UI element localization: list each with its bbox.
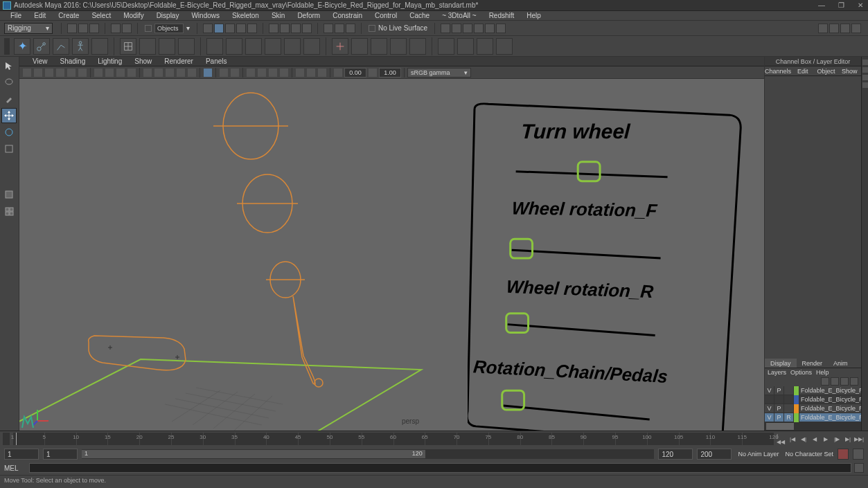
layer-visibility-toggle[interactable]: V xyxy=(765,404,774,413)
close-button[interactable]: ✕ xyxy=(856,1,865,10)
menu-cache[interactable]: Cache xyxy=(403,11,436,20)
snap-curve-icon[interactable] xyxy=(214,24,224,33)
menu-skin[interactable]: Skin xyxy=(265,11,291,20)
undo-icon[interactable] xyxy=(111,24,121,33)
resolution-gate-icon[interactable] xyxy=(116,68,125,78)
shadows-icon[interactable] xyxy=(187,68,197,78)
menu-redshift[interactable]: Redshift xyxy=(483,11,521,20)
play-backward-button[interactable]: ◀ xyxy=(810,433,820,444)
2d-pan-icon[interactable] xyxy=(67,68,76,78)
go-to-end-button[interactable]: ▶▶| xyxy=(854,433,864,444)
anim-layer-label[interactable]: No Anim Layer xyxy=(738,451,779,458)
lights-icon[interactable] xyxy=(176,68,186,78)
ipr-render-icon[interactable] xyxy=(335,24,344,33)
history-delete-icon[interactable] xyxy=(302,24,312,33)
range-end-outer[interactable]: 200 xyxy=(697,449,732,460)
minimize-button[interactable]: — xyxy=(817,1,826,10)
single-pane-icon[interactable] xyxy=(1,187,17,202)
new-layer-selected-icon[interactable] xyxy=(850,377,858,386)
layer-color-swatch[interactable] xyxy=(794,395,799,404)
exposure-field[interactable]: 0.00 xyxy=(344,68,366,78)
snap-grid-icon[interactable] xyxy=(203,24,213,33)
layer-color-swatch[interactable] xyxy=(794,404,799,413)
layout4-icon[interactable] xyxy=(474,24,484,33)
motion-blur-icon[interactable] xyxy=(306,68,316,78)
history-settings-icon[interactable] xyxy=(291,24,301,33)
layer-scrollbar[interactable] xyxy=(765,422,861,431)
playback-prefs-icon[interactable] xyxy=(853,449,864,460)
time-slider-indicator[interactable] xyxy=(3,433,10,445)
grease-pencil-icon[interactable] xyxy=(78,68,87,78)
new-layer-icon[interactable] xyxy=(840,377,849,386)
turn-wheel-slider-handle[interactable] xyxy=(578,162,600,181)
new-scene-icon[interactable] xyxy=(67,24,77,33)
redo-icon[interactable] xyxy=(122,24,132,33)
lasso-tool[interactable] xyxy=(1,75,17,90)
layer-visibility-toggle[interactable]: V xyxy=(765,386,774,395)
layer-row[interactable]: V P R Foldable_E_Bicycle_Re xyxy=(765,413,861,422)
attribute-editor-icon[interactable] xyxy=(818,24,828,33)
layout5-icon[interactable] xyxy=(485,24,495,33)
save-scene-icon[interactable] xyxy=(89,24,99,33)
shelf-copy-weights-icon[interactable] xyxy=(284,38,301,55)
attribute-editor-toggle-icon[interactable] xyxy=(862,60,868,65)
shelf-constraint-parent-icon[interactable] xyxy=(390,38,407,55)
layer-row[interactable]: Foldable_E_Bicycle_Re xyxy=(765,395,861,404)
panel-lighting-menu[interactable]: Lighting xyxy=(91,57,128,66)
channel-box-toggle-icon[interactable] xyxy=(862,75,868,80)
shelf-bind-icon[interactable] xyxy=(206,38,223,55)
menu-edit[interactable]: Edit xyxy=(28,11,52,20)
layer-visibility-toggle[interactable] xyxy=(765,395,774,404)
history-toggle-icon[interactable] xyxy=(280,24,290,33)
gamma-icon[interactable] xyxy=(368,68,378,78)
move-layer-up-icon[interactable] xyxy=(821,377,829,386)
render-icon[interactable] xyxy=(324,24,333,33)
wheel-f-slider-handle[interactable] xyxy=(511,239,533,258)
outliner-icon[interactable] xyxy=(1,253,17,269)
command-input[interactable] xyxy=(29,463,851,473)
channel-box-icon[interactable] xyxy=(840,24,850,33)
menu-create[interactable]: Create xyxy=(52,11,85,20)
layer-display-type[interactable] xyxy=(784,404,794,413)
panel-show-menu[interactable]: Show xyxy=(128,57,158,66)
xray-icon[interactable] xyxy=(219,68,229,78)
hypershade-icon[interactable] xyxy=(1,287,17,302)
shaded-icon[interactable] xyxy=(154,68,163,78)
layout3-icon[interactable] xyxy=(463,24,472,33)
rotate-tool[interactable] xyxy=(1,125,17,140)
menu-help[interactable]: Help xyxy=(520,11,547,20)
grid-icon[interactable] xyxy=(94,68,103,78)
aa-icon[interactable] xyxy=(317,68,327,78)
graph-editor-icon[interactable] xyxy=(1,303,17,318)
select-tool[interactable] xyxy=(1,58,17,73)
shelf-mirror-icon[interactable] xyxy=(265,38,281,55)
paint-select-tool[interactable] xyxy=(1,91,17,107)
script-editor-icon[interactable] xyxy=(1,320,17,335)
snap-point-icon[interactable] xyxy=(225,24,235,33)
lock-camera-icon[interactable] xyxy=(33,68,43,78)
character-set-label[interactable]: No Character Set xyxy=(785,451,833,458)
shelf-graph-icon[interactable] xyxy=(496,38,513,55)
menu-skeleton[interactable]: Skeleton xyxy=(226,11,265,20)
history-icon[interactable] xyxy=(269,24,278,33)
shelf-constraint-scale-icon[interactable] xyxy=(409,38,426,55)
script-editor-button[interactable] xyxy=(854,463,864,473)
select-mode-field[interactable]: Objects xyxy=(154,24,184,33)
layout2-icon[interactable] xyxy=(452,24,461,33)
layer-display-type[interactable] xyxy=(784,386,794,395)
workspace-dropdown[interactable]: Rigging ▾ xyxy=(4,23,53,34)
open-scene-icon[interactable] xyxy=(78,24,88,33)
viewport-3d[interactable]: Turn wheel Wheel rotation_F Wheel rotati… xyxy=(19,79,764,431)
tool-settings-icon[interactable] xyxy=(829,24,839,33)
shelf-detach-icon[interactable] xyxy=(226,38,242,55)
layer-display-type[interactable]: R xyxy=(784,413,794,422)
command-language-label[interactable]: MEL xyxy=(4,464,26,472)
layer-color-swatch[interactable] xyxy=(794,386,799,395)
range-end-inner[interactable]: 120 xyxy=(658,449,693,460)
menu-select[interactable]: Select xyxy=(85,11,117,20)
layer-display-type[interactable] xyxy=(784,395,794,404)
layer-menu-layers[interactable]: Layers xyxy=(768,369,786,376)
empty-layout-icon[interactable] xyxy=(1,336,17,352)
auto-key-icon[interactable] xyxy=(838,449,849,460)
range-start-outer[interactable]: 1 xyxy=(4,449,39,460)
